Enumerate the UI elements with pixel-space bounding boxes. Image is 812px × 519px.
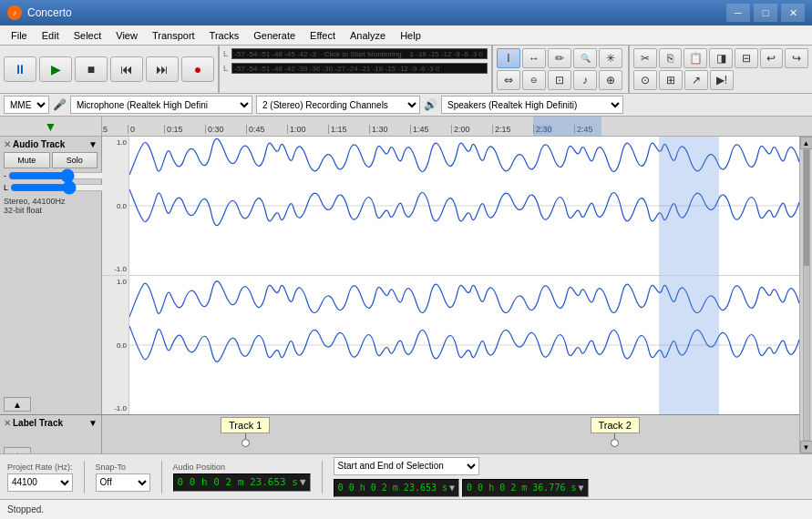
v-scroll-track[interactable] bbox=[803, 149, 810, 441]
wave-scale-top2: 1.0 bbox=[102, 278, 127, 286]
menu-view[interactable]: View bbox=[108, 28, 145, 43]
audio-position-value: 0 0 h 0 2 m 23.653 s bbox=[178, 476, 298, 488]
label-track-content[interactable]: Track 1 Track 2 bbox=[102, 415, 799, 453]
close-button[interactable]: ✕ bbox=[781, 4, 805, 22]
ruler-tick: 2:15 bbox=[492, 125, 511, 134]
stop-button[interactable]: ■ bbox=[75, 56, 108, 82]
bottom-bar: Project Rate (Hz): 44100 48000 96000 Sna… bbox=[0, 453, 812, 499]
ruler-tick: 0:15 bbox=[164, 125, 183, 134]
audio-position-arrow[interactable]: ▼ bbox=[300, 476, 306, 488]
selection-start-value: 0 0 h 0 2 m 23.653 s bbox=[338, 483, 447, 493]
ruler-tick: 0 bbox=[128, 125, 135, 134]
zoom-normal-button[interactable]: ⊙ bbox=[633, 70, 657, 90]
snap-to-select[interactable]: Off Nearest Prior Next bbox=[96, 473, 150, 492]
extra-tool-button[interactable]: ⊕ bbox=[599, 70, 622, 90]
next-button[interactable]: ⏭ bbox=[146, 56, 179, 82]
wave-scale-mid: 0.0 bbox=[102, 202, 127, 210]
prev-button[interactable]: ⏮ bbox=[110, 56, 143, 82]
track1-marker bbox=[242, 439, 250, 447]
scroll-down-button[interactable]: ▼ bbox=[800, 441, 813, 453]
ruler-tick: 1:00 bbox=[287, 125, 306, 134]
menu-bar: File Edit Select View Transport Tracks G… bbox=[0, 25, 812, 46]
label-track-close-button[interactable]: ✕ bbox=[4, 418, 11, 428]
audio-position-label: Audio Position bbox=[173, 463, 311, 472]
solo-button[interactable]: Solo bbox=[52, 152, 98, 168]
selection-end-display: 0 0 h 0 2 m 36.776 s ▼ bbox=[462, 479, 588, 497]
audio-position-display: 0 0 h 0 2 m 23.653 s ▼ bbox=[173, 473, 311, 492]
zoom-out-button[interactable]: ⊖ bbox=[522, 70, 546, 90]
copy-button[interactable]: ⎘ bbox=[659, 48, 683, 68]
selection-start-display: 0 0 h 0 2 m 23.653 s ▼ bbox=[334, 479, 459, 497]
menu-generate[interactable]: Generate bbox=[246, 28, 303, 43]
channels-select[interactable]: 2 (Stereo) Recording Channels bbox=[256, 96, 420, 114]
host-select[interactable]: MME bbox=[4, 96, 49, 114]
track-close-button[interactable]: ✕ bbox=[4, 139, 11, 149]
ruler-tick: 1:15 bbox=[328, 125, 347, 134]
speaker-select[interactable]: Speakers (Realtek High Definiti) bbox=[441, 96, 623, 114]
trim-button[interactable]: ◨ bbox=[709, 48, 733, 68]
project-rate-select[interactable]: 44100 48000 96000 bbox=[7, 473, 73, 492]
ruler-tick: 2:00 bbox=[451, 125, 470, 134]
scroll-up-button[interactable]: ▲ bbox=[800, 137, 813, 149]
zoom-in-button[interactable]: 🔍 bbox=[573, 48, 597, 68]
menu-help[interactable]: Help bbox=[393, 28, 428, 43]
separator-1 bbox=[84, 461, 85, 494]
ruler-tick: -15 bbox=[102, 125, 108, 134]
track1-label: Track 1 bbox=[221, 417, 270, 447]
gain-min-label: - bbox=[4, 171, 6, 180]
menu-transport[interactable]: Transport bbox=[145, 28, 202, 43]
undo-button[interactable]: ↩ bbox=[760, 48, 784, 68]
device-row: MME 🎤 Microphone (Realtek High Defini 2 … bbox=[0, 94, 812, 117]
selection-mode-select[interactable]: Start and End of Selection Start and Len… bbox=[334, 457, 479, 475]
pencil-tool-button[interactable]: ✏ bbox=[548, 48, 571, 68]
wave-scale-mid2: 0.0 bbox=[102, 341, 127, 350]
volume-tool-button[interactable]: ♪ bbox=[573, 70, 597, 90]
redo-button[interactable]: ↪ bbox=[785, 48, 808, 68]
zoom-fit2-button[interactable]: ⊞ bbox=[659, 70, 683, 90]
menu-analyze[interactable]: Analyze bbox=[343, 28, 393, 43]
maximize-button[interactable]: □ bbox=[754, 4, 777, 22]
zoom-fit-button[interactable]: ⇔ bbox=[497, 70, 520, 90]
project-rate-label: Project Rate (Hz): bbox=[7, 463, 73, 472]
silence-button[interactable]: ⊟ bbox=[735, 48, 758, 68]
zoom-sel-button[interactable]: ⊡ bbox=[548, 70, 571, 90]
wave-scale-bot: -1.0 bbox=[102, 265, 127, 273]
menu-effect[interactable]: Effect bbox=[303, 28, 343, 43]
ruler-tick: 1:45 bbox=[410, 125, 429, 134]
title-bar: ♪ Concerto ─ □ ✕ bbox=[0, 0, 812, 25]
selection-highlight-1 bbox=[659, 137, 719, 275]
record-button[interactable]: ● bbox=[181, 56, 214, 82]
menu-tracks[interactable]: Tracks bbox=[202, 28, 247, 43]
selection-tool-button[interactable]: I bbox=[497, 48, 520, 68]
cut-button[interactable]: ✂ bbox=[633, 48, 657, 68]
menu-select[interactable]: Select bbox=[67, 28, 109, 43]
mute-button[interactable]: Mute bbox=[4, 152, 50, 168]
track-collapse-button[interactable]: ▲ bbox=[4, 397, 31, 412]
selection-start-arrow[interactable]: ▼ bbox=[449, 483, 455, 493]
pause-button[interactable]: ⏸ bbox=[4, 56, 36, 82]
selection-end-value: 0 0 h 0 2 m 36.776 s bbox=[467, 483, 576, 493]
play-button[interactable]: ▶ bbox=[39, 56, 72, 82]
track2-marker bbox=[611, 439, 619, 447]
paste-button[interactable]: 📋 bbox=[684, 48, 707, 68]
minimize-button[interactable]: ─ bbox=[726, 4, 750, 22]
play-at-speed[interactable]: ▶! bbox=[710, 70, 734, 90]
speaker-icon: 🔊 bbox=[424, 98, 437, 111]
wave-scale-top: 1.0 bbox=[102, 138, 127, 147]
multi-tool-button[interactable]: ✳ bbox=[599, 48, 622, 68]
label-track-menu-arrow[interactable]: ▼ bbox=[88, 418, 98, 428]
track-menu-arrow[interactable]: ▼ bbox=[88, 139, 98, 149]
pan-left-label: L bbox=[4, 183, 8, 192]
menu-edit[interactable]: Edit bbox=[35, 28, 67, 43]
selection-end-arrow[interactable]: ▼ bbox=[578, 483, 583, 493]
waveform-channel-1[interactable] bbox=[129, 137, 799, 276]
microphone-select[interactable]: Microphone (Realtek High Defini bbox=[70, 96, 252, 114]
audio-track-row: ✕ Audio Track ▼ Mute Solo - + L bbox=[0, 137, 799, 415]
vertical-scrollbar[interactable]: ▲ ▼ bbox=[799, 137, 812, 453]
label-track-collapse-button[interactable]: ▲ bbox=[4, 447, 31, 453]
envelope-tool-button[interactable]: ↔ bbox=[522, 48, 546, 68]
v-scroll-thumb[interactable] bbox=[804, 150, 809, 266]
waveform-channel-2[interactable] bbox=[129, 276, 799, 414]
scrub-button[interactable]: ↗ bbox=[684, 70, 708, 90]
menu-file[interactable]: File bbox=[4, 28, 35, 43]
